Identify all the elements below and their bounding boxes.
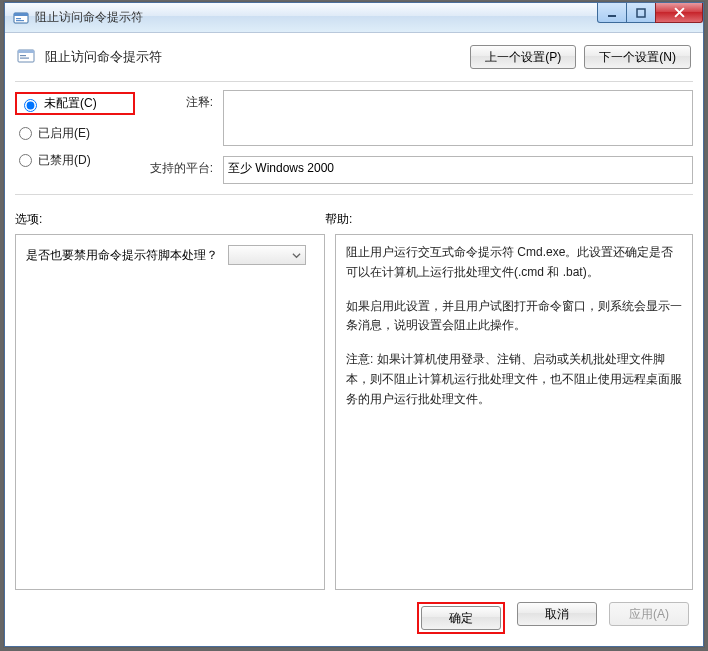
cancel-button[interactable]: 取消 xyxy=(517,602,597,626)
window-controls xyxy=(598,3,703,23)
svg-rect-9 xyxy=(20,58,29,59)
chevron-down-icon xyxy=(292,251,301,260)
panes: 是否也要禁用命令提示符脚本处理？ 阻止用户运行交互式命令提示符 Cmd.exe。… xyxy=(15,234,693,590)
separator xyxy=(15,81,693,82)
svg-rect-2 xyxy=(16,18,21,19)
help-paragraph: 注意: 如果计算机使用登录、注销、启动或关机批处理文件脚本，则不阻止计算机运行批… xyxy=(346,350,682,409)
window-title: 阻止访问命令提示符 xyxy=(35,9,143,26)
svg-rect-5 xyxy=(637,9,645,17)
options-pane: 是否也要禁用命令提示符脚本处理？ xyxy=(15,234,325,590)
app-icon xyxy=(13,10,29,26)
next-setting-button[interactable]: 下一个设置(N) xyxy=(584,45,691,69)
options-header: 选项: xyxy=(15,211,325,228)
radio-not-configured[interactable]: 未配置(C) xyxy=(15,92,135,115)
radio-enabled-input[interactable] xyxy=(19,127,32,140)
titlebar: 阻止访问命令提示符 xyxy=(5,3,703,33)
separator-2 xyxy=(15,194,693,195)
dialog-footer: 确定 取消 应用(A) xyxy=(15,590,693,636)
radio-disabled[interactable]: 已禁用(D) xyxy=(15,152,135,169)
svg-rect-3 xyxy=(16,20,24,21)
minimize-button[interactable] xyxy=(597,3,627,23)
radio-enabled-label: 已启用(E) xyxy=(38,125,90,142)
close-button[interactable] xyxy=(655,3,703,23)
radio-not-configured-input[interactable] xyxy=(24,99,37,112)
comment-label: 注释: xyxy=(139,90,219,146)
help-paragraph: 如果启用此设置，并且用户试图打开命令窗口，则系统会显示一条消息，说明设置会阻止此… xyxy=(346,297,682,337)
policy-icon xyxy=(17,48,37,66)
comment-input[interactable] xyxy=(223,90,693,146)
radio-disabled-input[interactable] xyxy=(19,154,32,167)
state-radios: 未配置(C) 已启用(E) 已禁用(D) xyxy=(15,90,135,184)
maximize-button[interactable] xyxy=(626,3,656,23)
radio-not-configured-label: 未配置(C) xyxy=(44,95,97,112)
policy-title: 阻止访问命令提示符 xyxy=(45,48,162,66)
svg-rect-1 xyxy=(14,13,28,16)
header-row: 阻止访问命令提示符 上一个设置(P) 下一个设置(N) xyxy=(15,41,693,79)
svg-rect-4 xyxy=(608,15,616,17)
svg-rect-7 xyxy=(18,50,34,53)
supported-platforms xyxy=(223,156,693,184)
option-script-label: 是否也要禁用命令提示符脚本处理？ xyxy=(26,247,218,264)
help-text-scroll[interactable]: 阻止用户运行交互式命令提示符 Cmd.exe。此设置还确定是否可以在计算机上运行… xyxy=(336,235,692,589)
radio-enabled[interactable]: 已启用(E) xyxy=(15,125,135,142)
config-section: 未配置(C) 已启用(E) 已禁用(D) 注释: 支持的平台: xyxy=(15,90,693,192)
svg-rect-8 xyxy=(20,55,26,56)
supported-label: 支持的平台: xyxy=(139,156,219,184)
help-paragraph: 阻止用户运行交互式命令提示符 Cmd.exe。此设置还确定是否可以在计算机上运行… xyxy=(346,243,682,283)
ok-button[interactable]: 确定 xyxy=(421,606,501,630)
option-script-select[interactable] xyxy=(228,245,306,265)
help-pane: 阻止用户运行交互式命令提示符 Cmd.exe。此设置还确定是否可以在计算机上运行… xyxy=(335,234,693,590)
dialog-window: 阻止访问命令提示符 xyxy=(4,2,704,647)
client-area: 阻止访问命令提示符 上一个设置(P) 下一个设置(N) 未配置(C) 已启用(E… xyxy=(5,33,703,646)
previous-setting-button[interactable]: 上一个设置(P) xyxy=(470,45,576,69)
radio-disabled-label: 已禁用(D) xyxy=(38,152,91,169)
help-header: 帮助: xyxy=(325,211,693,228)
pane-headers: 选项: 帮助: xyxy=(15,211,693,228)
apply-button[interactable]: 应用(A) xyxy=(609,602,689,626)
ok-highlight: 确定 xyxy=(417,602,505,634)
